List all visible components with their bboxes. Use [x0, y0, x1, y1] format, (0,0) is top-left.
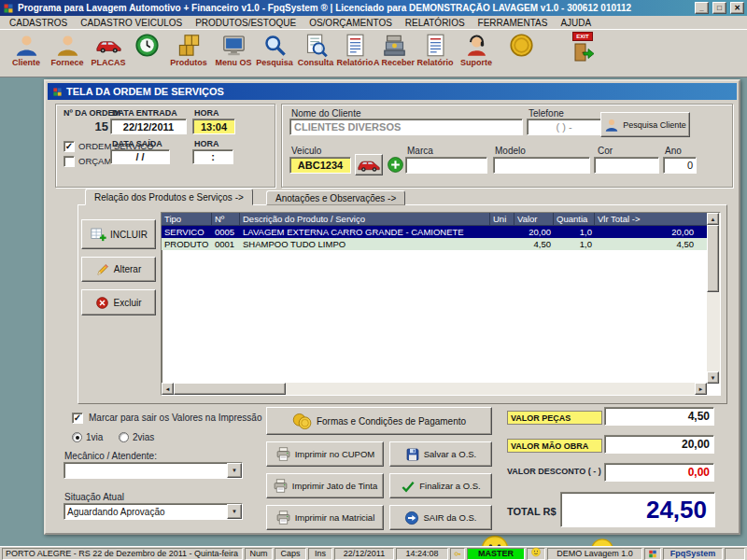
imprimir-matricial-label: Imprimir na Matricial — [295, 512, 375, 523]
marcar-valores-checkbox[interactable]: ✓ — [72, 413, 83, 424]
phone-field[interactable]: ( ) - — [527, 119, 601, 135]
minimize-button[interactable]: _ — [695, 2, 709, 14]
model-field[interactable] — [493, 157, 590, 174]
exit-hour-field[interactable]: : — [192, 149, 233, 164]
horizontal-scroll-thumb[interactable] — [174, 383, 286, 395]
toolbar-suporte-button[interactable]: Suporte — [456, 31, 497, 77]
finalizar-os-button[interactable]: Finalizar a O.S. — [389, 473, 492, 498]
phone-label: Telefone — [529, 108, 564, 119]
vehicle-car-button[interactable] — [355, 154, 383, 175]
mecanico-dropdown-arrow-icon[interactable]: ▼ — [227, 463, 242, 478]
cell-tipo: PRODUTO — [162, 238, 212, 250]
toolbar-pesquisa-button[interactable]: Pesquisa — [254, 31, 295, 77]
exit-door-icon — [571, 41, 594, 63]
marcar-valores-label: Marcar para sair os Valores na Impressão — [89, 413, 261, 423]
tab-produtos-servicos[interactable]: Relação dos Produtos e Serviços -> — [85, 189, 253, 205]
imprimir-jato-button[interactable]: Imprimir Jato de Tinta — [266, 473, 384, 498]
status-app-name: DEMO Lavagem 1.0 — [547, 548, 642, 560]
toolbar-consulta-button[interactable]: Consulta — [295, 31, 336, 77]
toolbar-coin-button[interactable] — [504, 31, 538, 77]
toolbar-relatorio2-button[interactable]: Relatório — [415, 31, 456, 77]
monitor-icon — [221, 33, 247, 58]
toolbar-placas-button[interactable]: PLACAS — [88, 31, 129, 77]
situacao-dropdown-arrow-icon[interactable]: ▼ — [227, 504, 242, 519]
incluir-button[interactable]: INCLUIR — [81, 219, 156, 249]
menu-relatorios[interactable]: RELATÓRIOS — [399, 18, 472, 28]
maximize-button[interactable]: □ — [712, 2, 726, 14]
alterar-button[interactable]: Alterar — [81, 257, 156, 282]
toolbar-placas-label: PLACAS — [91, 58, 125, 67]
toolbar-relatorio-button[interactable]: Relatório — [334, 31, 375, 77]
vertical-scroll-thumb[interactable] — [707, 225, 719, 292]
imprimir-cupom-button[interactable]: Imprimir no CUPOM — [266, 441, 384, 467]
salvar-os-button[interactable]: Salvar a O.S. — [389, 441, 492, 467]
status-num-lock: Num — [245, 548, 273, 560]
toolbar-clock-button[interactable] — [131, 31, 162, 77]
exit-date-field[interactable]: / / — [110, 149, 170, 164]
tab-anotacoes[interactable]: Anotações e Observações -> — [266, 190, 405, 205]
via2-radio[interactable] — [119, 432, 129, 442]
menu-os-orcamentos[interactable]: OS/ORÇAMENTOS — [303, 18, 399, 28]
via1-radio[interactable] — [72, 432, 82, 442]
cell-tipo: SERVICO — [162, 226, 212, 238]
table-vertical-scrollbar[interactable]: ▲ ▼ — [707, 213, 720, 384]
column-header-quantia[interactable]: Quantia — [554, 213, 595, 226]
sair-os-button[interactable]: SAIR da O.S. — [389, 505, 492, 530]
status-date: 22/12/2011 — [334, 548, 394, 560]
scroll-right-button[interactable]: ► — [695, 383, 707, 395]
total-label: TOTAL R$ — [507, 506, 557, 517]
table-row-selected[interactable]: SERVICO 0005 LAVAGEM EXTERNA CARRO GRAND… — [162, 226, 707, 238]
entry-hour-label: HORA — [194, 108, 219, 118]
add-vehicle-plus-icon[interactable] — [387, 156, 404, 174]
color-field[interactable] — [594, 157, 659, 174]
valor-desconto-field[interactable]: 0,00 — [604, 463, 714, 482]
toolbar-menu-os-button[interactable]: Menu OS — [213, 31, 254, 77]
column-header-descricao[interactable]: Descrição do Produto / Serviço — [240, 213, 490, 226]
status-filler — [725, 548, 745, 560]
window-title-bar[interactable]: TELA DA ORDEM DE SERVIÇOS — [48, 83, 737, 100]
formas-pagamento-button[interactable]: Formas e Condições de Pagamento — [266, 407, 492, 435]
vehicle-plate-field[interactable]: ABC1234 — [289, 157, 351, 174]
column-header-uni[interactable]: Uni — [490, 213, 514, 226]
menu-bar: CADASTROS CADASTRO VEICULOS PRODUTOS/EST… — [0, 16, 747, 29]
column-header-valor[interactable]: Valor — [514, 213, 554, 226]
entry-date-field[interactable]: 22/12/2011 — [110, 119, 187, 134]
column-header-vlr-total[interactable]: Vlr Total -> — [595, 213, 707, 226]
table-row[interactable]: PRODUTO 0001 SHAMPOO TUDO LIMPO 4,50 1,0… — [162, 238, 707, 250]
pesquisa-cliente-button[interactable]: Pesquisa Cliente — [600, 112, 690, 137]
column-header-numero[interactable]: Nº — [212, 213, 240, 226]
orcamento-checkbox[interactable] — [63, 156, 75, 167]
entry-hour-field[interactable]: 13:04 — [192, 119, 235, 134]
toolbar-cliente-button[interactable]: Cliente — [6, 31, 47, 77]
menu-ajuda[interactable]: AJUDA — [554, 18, 598, 28]
coin-icon — [509, 33, 534, 58]
menu-cadastros[interactable]: CADASTROS — [3, 18, 74, 28]
client-name-field[interactable]: CLIENTES DIVERSOS — [289, 119, 523, 135]
toolbar-a-receber-button[interactable]: A Receber — [374, 31, 415, 77]
status-caps-lock: Caps — [275, 548, 306, 560]
menu-cadastro-veiculos[interactable]: CADASTRO VEICULOS — [74, 18, 189, 28]
imprimir-cupom-label: Imprimir no CUPOM — [295, 449, 375, 459]
mecanico-dropdown[interactable]: ▼ — [63, 462, 243, 479]
year-field[interactable]: 0 — [663, 157, 697, 174]
close-button[interactable]: ✕ — [730, 2, 744, 14]
window-title: TELA DA ORDEM DE SERVIÇOS — [66, 86, 224, 97]
ordem-servico-checkbox[interactable]: ✓ — [63, 141, 75, 152]
situacao-dropdown[interactable]: Aguardando Aprovação ▼ — [63, 503, 243, 520]
column-header-tipo[interactable]: Tipo — [162, 213, 212, 226]
toolbar-produtos-button[interactable]: Produtos — [168, 31, 209, 77]
scroll-down-button[interactable]: ▼ — [707, 371, 719, 384]
cash-register-icon — [382, 33, 407, 58]
toolbar-exit-button[interactable]: EXIT — [564, 31, 601, 77]
excluir-button[interactable]: Excluir — [81, 289, 156, 315]
client-icon — [14, 33, 39, 58]
brand-field[interactable] — [405, 157, 487, 174]
toolbar-fornecedor-button[interactable]: Fornece — [47, 31, 88, 77]
add-item-icon — [90, 226, 106, 243]
menu-produtos-estoque[interactable]: PRODUTOS/ESTOQUE — [189, 18, 303, 28]
table-horizontal-scrollbar[interactable]: ◄ ► — [162, 383, 707, 395]
menu-ferramentas[interactable]: FERRAMENTAS — [472, 18, 555, 28]
imprimir-matricial-button[interactable]: Imprimir na Matricial — [266, 505, 384, 530]
scroll-left-button[interactable]: ◄ — [162, 383, 174, 395]
scroll-up-button[interactable]: ▲ — [707, 213, 719, 225]
